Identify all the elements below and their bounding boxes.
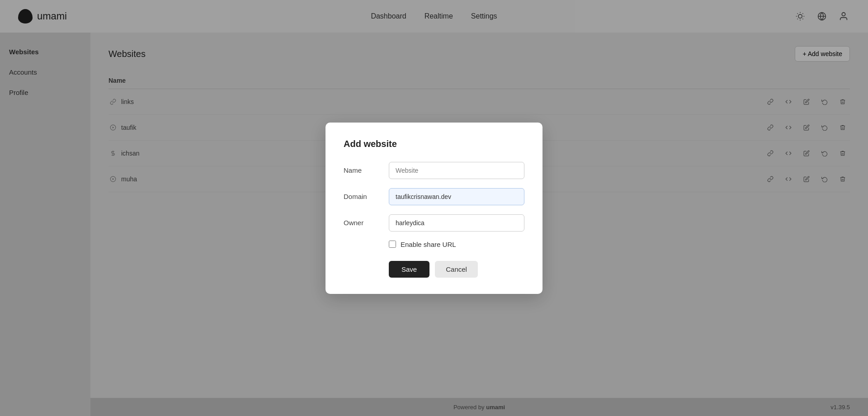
domain-field-row: Domain [344, 188, 524, 205]
save-button[interactable]: Save [389, 261, 429, 278]
owner-field-row: Owner [344, 214, 524, 232]
name-label: Name [344, 166, 389, 174]
modal-title: Add website [344, 139, 524, 149]
enable-share-url-row: Enable share URL [389, 241, 524, 248]
enable-share-url-label[interactable]: Enable share URL [401, 241, 456, 248]
cancel-button[interactable]: Cancel [435, 261, 478, 278]
owner-label: Owner [344, 219, 389, 227]
owner-input[interactable] [389, 214, 524, 232]
enable-share-url-checkbox[interactable] [389, 241, 396, 248]
add-website-modal: Add website Name Domain Owner Enable sha… [326, 123, 542, 294]
domain-input[interactable] [389, 188, 524, 205]
name-field-row: Name [344, 162, 524, 179]
modal-overlay: Add website Name Domain Owner Enable sha… [0, 0, 868, 416]
modal-actions: Save Cancel [389, 261, 524, 278]
domain-label: Domain [344, 193, 389, 200]
name-input[interactable] [389, 162, 524, 179]
